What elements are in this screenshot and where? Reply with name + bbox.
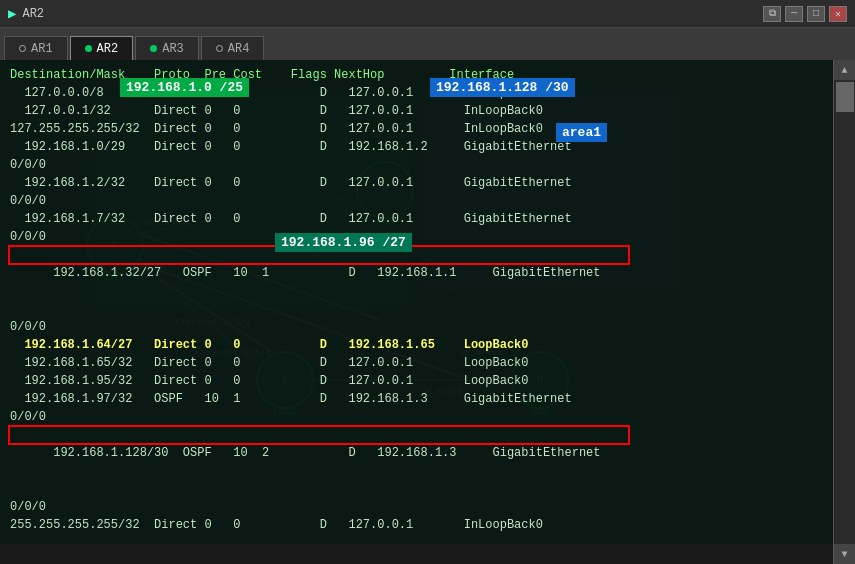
table-row: 192.168.1.0/29 Direct 0 0 D 192.168.1.2 …	[10, 138, 823, 156]
table-row: 192.168.1.95/32 Direct 0 0 D 127.0.0.1 L…	[10, 372, 823, 390]
scroll-up-button[interactable]: ▲	[834, 60, 855, 80]
tab-ar3-dot	[150, 45, 157, 52]
title-bar: ▶ AR2 ⧉ ─ □ ✕	[0, 0, 855, 28]
section-header-27: 192.168.1.64/27 Direct 0 0 D 192.168.1.6…	[10, 336, 823, 354]
table-row: 127.255.255.255/32 Direct 0 0 D 127.0.0.…	[10, 120, 823, 138]
close-button[interactable]: ✕	[829, 6, 847, 22]
tab-ar4-label: AR4	[228, 42, 250, 56]
table-row-ospf-2: 192.168.1.128/30 OSPF 10 2 D 192.168.1.3…	[10, 426, 823, 498]
minimize-button[interactable]: ─	[785, 6, 803, 22]
table-row-continued: 0/0/0	[10, 408, 823, 426]
row-ospf-1-text: 192.168.1.32/27 OSPF 10 1 D 192.168.1.1 …	[39, 266, 601, 280]
scroll-down-button[interactable]: ▼	[834, 544, 855, 564]
tab-ar3-label: AR3	[162, 42, 184, 56]
table-row: 127.0.0.0/8 Direct 0 0 D 127.0.0.1 InLoo…	[10, 84, 823, 102]
window-icon: ▶	[8, 5, 16, 22]
table-row: 192.168.1.97/32 OSPF 10 1 D 192.168.1.3 …	[10, 390, 823, 408]
tab-ar2-dot	[85, 45, 92, 52]
table-row-continued: 0/0/0	[10, 156, 823, 174]
maximize-button[interactable]: □	[807, 6, 825, 22]
window-controls: ⧉ ─ □ ✕	[763, 6, 847, 22]
tab-ar3[interactable]: AR3	[135, 36, 199, 60]
table-row: 127.0.0.1/32 Direct 0 0 D 127.0.0.1 InLo…	[10, 102, 823, 120]
tab-bar: AR1 AR2 AR3 AR4	[0, 28, 855, 60]
tab-ar4-dot	[216, 45, 223, 52]
table-row-continued: 0/0/0	[10, 498, 823, 516]
row-ospf-2-text: 192.168.1.128/30 OSPF 10 2 D 192.168.1.3…	[39, 446, 601, 460]
table-row-continued: 0/0/0	[10, 318, 823, 336]
tab-ar1[interactable]: AR1	[4, 36, 68, 60]
tab-ar4[interactable]: AR4	[201, 36, 265, 60]
table-row-ospf-1: 192.168.1.32/27 OSPF 10 1 D 192.168.1.1 …	[10, 246, 823, 318]
restore-button[interactable]: ⧉	[763, 6, 781, 22]
table-row: 192.168.1.2/32 Direct 0 0 D 127.0.0.1 Gi…	[10, 174, 823, 192]
table-row: 192.168.1.65/32 Direct 0 0 D 127.0.0.1 L…	[10, 354, 823, 372]
tab-ar2-label: AR2	[97, 42, 119, 56]
terminal[interactable]: Destination/Mask Proto Pre Cost Flags Ne…	[0, 60, 833, 544]
table-row-continued: 0/0/0	[10, 228, 823, 246]
tab-ar1-dot	[19, 45, 26, 52]
scroll-thumb[interactable]	[836, 82, 854, 112]
table-row: 192.168.1.7/32 Direct 0 0 D 127.0.0.1 Gi…	[10, 210, 823, 228]
window-title: AR2	[22, 7, 763, 21]
table-header: Destination/Mask Proto Pre Cost Flags Ne…	[10, 66, 823, 84]
scrollbar[interactable]: ▲ ▼	[833, 60, 855, 564]
tab-ar2[interactable]: AR2	[70, 36, 134, 60]
blank-line	[10, 534, 823, 544]
tab-ar1-label: AR1	[31, 42, 53, 56]
table-row: 255.255.255.255/32 Direct 0 0 D 127.0.0.…	[10, 516, 823, 534]
table-row-continued: 0/0/0	[10, 192, 823, 210]
